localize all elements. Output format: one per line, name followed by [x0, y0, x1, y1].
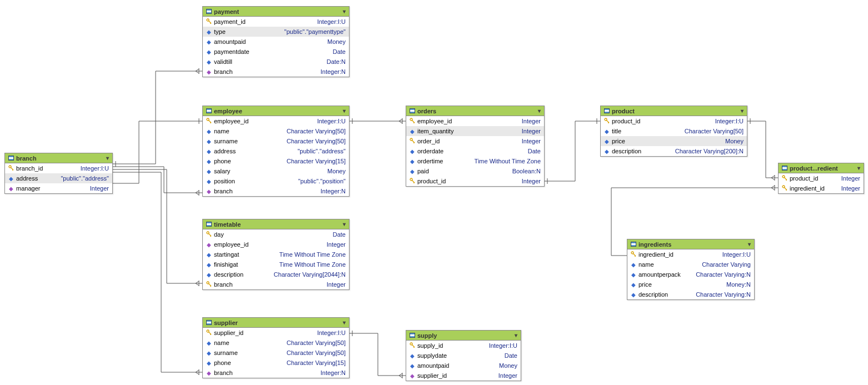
entity-ingredients[interactable]: ingredients▾ingredient_idInteger:I:U◆nam… — [627, 239, 755, 300]
column-row[interactable]: ◆amountpaidMoney — [203, 37, 349, 47]
svg-line-4 — [209, 21, 212, 24]
column-row[interactable]: branchInteger — [203, 279, 349, 289]
entity-orders[interactable]: orders▾employee_idInteger◆item_quantityI… — [406, 106, 545, 187]
column-row[interactable]: ◆finishigatTime Without Time Zone — [203, 259, 349, 269]
column-row[interactable]: ◆startingatTime Without Time Zone — [203, 249, 349, 259]
column-row[interactable]: ◆validtillDate:N — [203, 57, 349, 67]
entity-header[interactable]: branch▾ — [5, 153, 112, 163]
chevron-down-icon[interactable]: ▾ — [741, 108, 744, 114]
column-type: "public"."paymenttype" — [285, 28, 346, 35]
entity-header[interactable]: product▾ — [601, 106, 747, 116]
column-row[interactable]: ◆item_quantityInteger — [406, 126, 544, 136]
column-row[interactable]: ◆phoneCharacter Varying[15] — [203, 358, 349, 368]
column-row[interactable]: ◆employee_idInteger — [203, 239, 349, 249]
column-type: Date:N — [327, 58, 346, 65]
entity-header[interactable]: supply▾ — [406, 331, 521, 341]
column-row[interactable]: supplier_idInteger:I:U — [203, 328, 349, 338]
entity-header[interactable]: employee▾ — [203, 106, 349, 116]
column-row[interactable]: ◆priceMoney:N — [627, 279, 754, 289]
column-row[interactable]: product_idInteger:I:U — [601, 116, 747, 126]
column-row[interactable]: ◆nameCharacter Varying[50] — [203, 338, 349, 348]
chevron-down-icon[interactable]: ▾ — [748, 241, 751, 247]
chevron-down-icon[interactable]: ▾ — [538, 108, 541, 114]
chevron-down-icon[interactable]: ▾ — [106, 155, 109, 161]
column-row[interactable]: ◆address"public"."address" — [5, 173, 112, 183]
column-type: Integer:I:U — [81, 165, 109, 172]
entity-title: payment — [214, 8, 239, 15]
svg-line-31 — [209, 284, 212, 287]
column-row[interactable]: ◆paymentdateDate — [203, 47, 349, 57]
entity-product_ingredient[interactable]: product...redient▾product_idIntegeringre… — [778, 163, 864, 194]
column-row[interactable]: ◆type"public"."paymenttype" — [203, 27, 349, 37]
entity-employee[interactable]: employee▾employee_idInteger:I:U◆nameChar… — [202, 106, 350, 197]
column-row[interactable]: ◆nameCharacter Varying[50] — [203, 126, 349, 136]
column-row[interactable]: ◆ordertimeTime Without Time Zone — [406, 156, 544, 166]
entity-branch[interactable]: branch▾branch_idInteger:I:U◆address"publ… — [4, 153, 113, 194]
column-row[interactable]: branch_idInteger:I:U — [5, 163, 112, 173]
column-row[interactable]: ◆position"public"."position" — [203, 176, 349, 186]
column-row[interactable]: ◆managerInteger — [5, 183, 112, 193]
column-row[interactable]: ingredient_idInteger:I:U — [627, 249, 754, 259]
column-name: branch — [214, 188, 233, 194]
column-row[interactable]: payment_idInteger:I:U — [203, 17, 349, 27]
entity-header[interactable]: timetable▾ — [203, 219, 349, 229]
entity-header[interactable]: supplier▾ — [203, 318, 349, 328]
entity-header[interactable]: payment▾ — [203, 7, 349, 17]
column-row[interactable]: ◆titleCharacter Varying[50] — [601, 126, 747, 136]
column-row[interactable]: ◆orderdateDate — [406, 146, 544, 156]
chevron-down-icon[interactable]: ▾ — [343, 108, 346, 114]
chevron-down-icon[interactable]: ▾ — [857, 165, 860, 171]
column-row[interactable]: employee_idInteger:I:U — [203, 116, 349, 126]
entity-supplier[interactable]: supplier▾supplier_idInteger:I:U◆nameChar… — [202, 317, 350, 378]
column-name: amountpaid — [214, 38, 246, 45]
entity-timetable[interactable]: timetable▾dayDate◆employee_idInteger◆sta… — [202, 219, 350, 290]
entity-header[interactable]: ingredients▾ — [627, 239, 754, 249]
column-row[interactable]: product_idInteger — [406, 176, 544, 186]
chevron-down-icon[interactable]: ▾ — [343, 221, 346, 227]
column-type: "public"."address" — [61, 175, 109, 182]
column-row[interactable]: product_idInteger — [779, 173, 864, 183]
entity-supply[interactable]: supply▾supply_idInteger:I:U◆supplydateDa… — [406, 330, 521, 381]
entity-title: employee — [214, 108, 242, 114]
column-row[interactable]: ◆amountperpackCharacter Varying:N — [627, 269, 754, 279]
column-row[interactable]: ◆paidBoolean:N — [406, 166, 544, 176]
column-row[interactable]: ◆salaryMoney — [203, 166, 349, 176]
column-row[interactable]: ◆branchInteger:N — [203, 67, 349, 77]
column-row[interactable]: ◆amountpaidMoney — [406, 361, 521, 371]
entity-product[interactable]: product▾product_idInteger:I:U◆titleChara… — [600, 106, 747, 157]
column-row[interactable]: order_idInteger — [406, 136, 544, 146]
svg-line-28 — [209, 234, 212, 237]
chevron-down-icon[interactable]: ▾ — [515, 332, 517, 338]
svg-point-33 — [631, 252, 633, 254]
column-row[interactable]: ◆surnameCharacter Varying[50] — [203, 348, 349, 358]
entity-payment[interactable]: payment▾payment_idInteger:I:U◆type"publi… — [202, 6, 350, 77]
chevron-down-icon[interactable]: ▾ — [343, 319, 346, 326]
column-row[interactable]: ingredient_idInteger — [779, 183, 864, 193]
chevron-down-icon[interactable]: ▾ — [343, 8, 346, 14]
column-row[interactable]: ◆branchInteger:N — [203, 186, 349, 196]
column-name: paymentdate — [214, 48, 250, 55]
column-row[interactable]: ◆supplier_idInteger — [406, 371, 521, 381]
column-row[interactable]: supply_idInteger:I:U — [406, 341, 521, 351]
column-row[interactable]: ◆descriptionCharacter Varying:N — [627, 289, 754, 299]
column-type: Integer:I:U — [715, 118, 744, 124]
column-row[interactable]: dayDate — [203, 229, 349, 239]
entity-header[interactable]: orders▾ — [406, 106, 544, 116]
column-row[interactable]: employee_idInteger — [406, 116, 544, 126]
column-type: Date — [333, 231, 346, 238]
entity-header[interactable]: product...redient▾ — [779, 163, 864, 173]
column-row[interactable]: ◆phoneCharacter Varying[15] — [203, 156, 349, 166]
diamond-icon: ◆ — [206, 148, 212, 154]
svg-point-24 — [782, 186, 785, 188]
column-type: Integer — [90, 185, 109, 192]
column-row[interactable]: ◆supplydateDate — [406, 351, 521, 361]
column-row[interactable]: ◆address"public"."address" — [203, 146, 349, 156]
column-row[interactable]: ◆branchInteger:N — [203, 368, 349, 378]
column-row[interactable]: ◆priceMoney — [601, 136, 747, 146]
column-row[interactable]: ◆nameCharacter Varying — [627, 259, 754, 269]
column-row[interactable]: ◆surnameCharacter Varying[50] — [203, 136, 349, 146]
column-type: Character Varying:N — [696, 291, 751, 298]
column-row[interactable]: ◆descriptionCharacter Varying[200]:N — [601, 146, 747, 156]
svg-point-6 — [207, 118, 209, 121]
column-row[interactable]: ◆descriptionCharacter Varying[2044]:N — [203, 269, 349, 279]
